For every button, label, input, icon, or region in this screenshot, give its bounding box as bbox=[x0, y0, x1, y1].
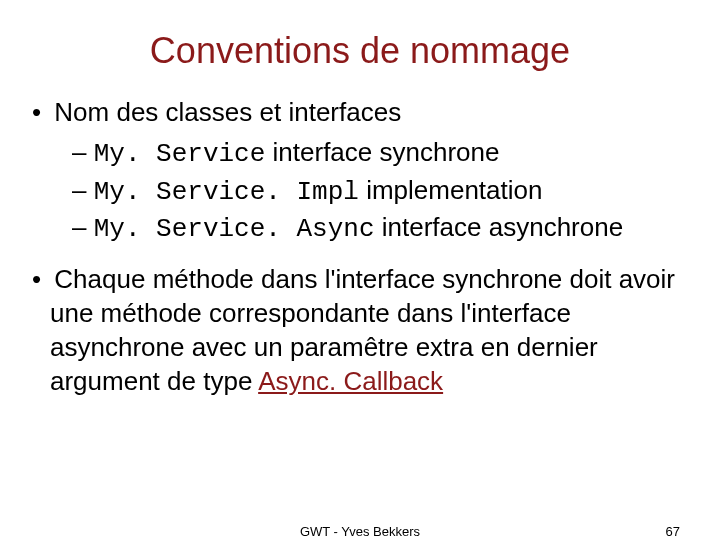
slide-content: Nom des classes et interfaces My. Servic… bbox=[40, 96, 680, 398]
sub-bullet-myservice: My. Service interface synchrone bbox=[94, 136, 680, 172]
bullet-method-correspondence: Chaque méthode dans l'interface synchron… bbox=[50, 263, 680, 398]
code-myserviceasync: My. Service. Async bbox=[94, 214, 375, 244]
bullet-classes-interfaces: Nom des classes et interfaces bbox=[50, 96, 680, 130]
sub-bullet-myserviceasync: My. Service. Async interface asynchrone bbox=[94, 211, 680, 247]
desc-myserviceasync: interface asynchrone bbox=[375, 212, 624, 242]
footer-author: GWT - Yves Bekkers bbox=[300, 524, 420, 539]
code-myserviceimpl: My. Service. Impl bbox=[94, 177, 359, 207]
page-number: 67 bbox=[666, 524, 680, 539]
desc-myservice: interface synchrone bbox=[265, 137, 499, 167]
desc-myserviceimpl: implementation bbox=[359, 175, 543, 205]
code-myservice: My. Service bbox=[94, 139, 266, 169]
slide-title: Conventions de nommage bbox=[40, 30, 680, 72]
async-callback-link[interactable]: Async. Callback bbox=[258, 366, 443, 396]
sub-bullet-myserviceimpl: My. Service. Impl implementation bbox=[94, 174, 680, 210]
